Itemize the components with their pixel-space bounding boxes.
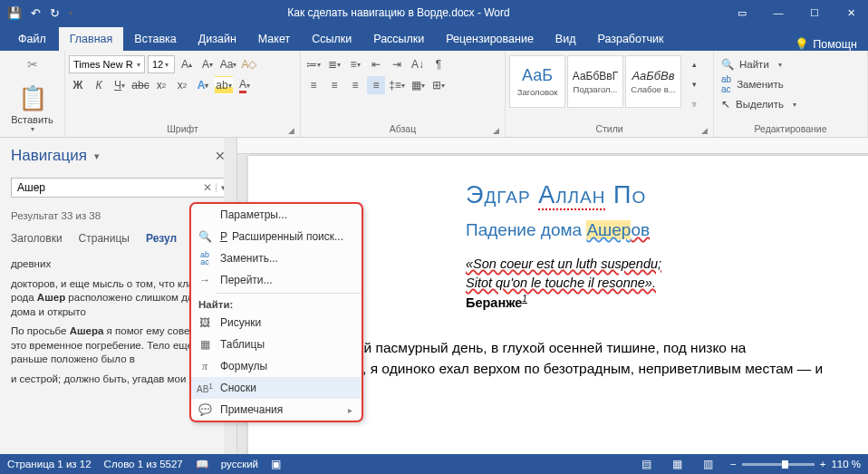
minimize-icon[interactable]: — <box>761 0 796 25</box>
launcher-icon[interactable]: ◢ <box>288 126 294 135</box>
group-editing-label: Редактирование <box>718 121 863 137</box>
nav-search-box[interactable]: ✕ ▾ <box>11 178 231 198</box>
status-word-count[interactable]: Слово 1 из 5527 <box>104 459 183 469</box>
view-web-icon[interactable]: ▥ <box>699 457 718 471</box>
undo-icon[interactable]: ↶ <box>31 6 41 20</box>
replace-icon: abac <box>721 74 731 94</box>
tab-view[interactable]: Вид <box>545 27 587 51</box>
grow-font-icon[interactable]: A▴ <box>178 55 196 73</box>
ctx-goto[interactable]: →Перейти... <box>191 269 362 291</box>
ctx-find-footnotes[interactable]: AB1Сноски <box>191 377 362 399</box>
find-button[interactable]: 🔍Найти▾ <box>718 55 800 73</box>
strike-icon[interactable]: abc <box>131 76 149 94</box>
italic-icon[interactable]: К <box>90 76 108 94</box>
ctx-find-pictures[interactable]: 🖼Рисунки <box>191 312 362 334</box>
nav-search-clear-icon[interactable]: ✕ <box>199 181 216 194</box>
tab-references[interactable]: Ссылки <box>301 27 362 51</box>
align-left-icon[interactable]: ≡ <box>304 76 323 94</box>
tab-layout[interactable]: Макет <box>247 27 301 51</box>
cut-icon[interactable]: ✂ <box>24 55 42 73</box>
zoom-out-icon[interactable]: − <box>730 459 737 469</box>
ctx-options[interactable]: Параметры... <box>191 204 362 226</box>
group-styles-label: Стили◢ <box>509 121 709 137</box>
horizontal-ruler[interactable] <box>237 138 868 154</box>
increase-indent-icon[interactable]: ⇥ <box>388 55 406 73</box>
launcher-icon[interactable]: ◢ <box>493 126 499 135</box>
select-icon: ↖ <box>721 98 730 111</box>
close-icon[interactable]: ✕ <box>834 0 868 25</box>
status-page[interactable]: Страница 1 из 12 <box>7 459 92 469</box>
text-effects-icon[interactable]: A▾ <box>194 76 212 94</box>
zoom-slider[interactable] <box>742 463 815 466</box>
bullets-icon[interactable]: ≔▾ <box>304 55 323 73</box>
bold-icon[interactable]: Ж <box>69 76 87 94</box>
line-spacing-icon[interactable]: ‡≡▾ <box>388 76 406 94</box>
style-tile-emphasis[interactable]: АаБбВв Слабое в... <box>625 55 681 108</box>
zoom-thumb[interactable] <box>782 460 788 469</box>
tell-me-label[interactable]: Помощн <box>813 38 857 51</box>
tab-review[interactable]: Рецензирование <box>435 27 545 51</box>
sort-icon[interactable]: A↓ <box>409 55 427 73</box>
status-spellcheck-icon[interactable]: 📖 <box>196 458 208 470</box>
tab-file[interactable]: Файл <box>5 27 59 51</box>
numbering-icon[interactable]: ≣▾ <box>325 55 343 73</box>
ctx-advanced-find[interactable]: 🔍РРасширенный поиск... <box>191 226 362 247</box>
align-center-icon[interactable]: ≡ <box>325 76 343 94</box>
tab-developer[interactable]: Разработчик <box>586 27 674 51</box>
nav-tab-pages[interactable]: Страницы <box>79 232 130 245</box>
font-color-icon[interactable]: A▾ <box>236 76 254 94</box>
tell-me-icon[interactable]: 💡 <box>795 37 809 51</box>
ctx-replace[interactable]: abacЗаменить... <box>191 247 362 269</box>
styles-scroll-down-icon[interactable]: ▾ <box>685 75 703 93</box>
tab-insert[interactable]: Вставка <box>123 27 187 51</box>
nav-tab-headings[interactable]: Заголовки <box>11 232 63 245</box>
nav-search-input[interactable] <box>12 181 199 194</box>
replace-button[interactable]: abacЗаменить <box>718 75 800 93</box>
font-size-combo[interactable]: 12▾ <box>148 55 175 73</box>
status-language[interactable]: русский <box>221 459 258 469</box>
justify-icon[interactable]: ≡ <box>367 76 385 94</box>
clear-format-icon[interactable]: A◇ <box>240 55 258 73</box>
change-case-icon[interactable]: Aa▾ <box>219 55 237 73</box>
clipboard-icon: 📋 <box>18 84 47 112</box>
tab-design[interactable]: Дизайн <box>188 27 247 51</box>
styles-scroll-up-icon[interactable]: ▴ <box>685 55 703 73</box>
zoom-in-icon[interactable]: + <box>820 459 826 469</box>
maximize-icon[interactable]: ☐ <box>797 0 832 25</box>
group-font-label: Шрифт◢ <box>69 121 296 137</box>
ctx-find-comments[interactable]: 💬Примечания▸ <box>191 399 362 421</box>
ctx-find-tables[interactable]: ▦Таблицы <box>191 334 362 355</box>
show-marks-icon[interactable]: ¶ <box>429 55 448 73</box>
tab-mailings[interactable]: Рассылки <box>362 27 435 51</box>
zoom-level[interactable]: 110 % <box>831 459 861 469</box>
ctx-find-formulas[interactable]: πФормулы <box>191 355 362 377</box>
font-family-combo[interactable]: Times New R▾ <box>69 55 145 73</box>
select-button[interactable]: ↖Выделить▾ <box>718 95 800 113</box>
align-right-icon[interactable]: ≡ <box>346 76 364 94</box>
formula-icon: π <box>197 360 213 373</box>
status-macro-icon[interactable]: ▣ <box>271 458 281 470</box>
ribbon: ✂ 📋 Вставить ▾ Буфер обм...◢ Times New R… <box>0 51 868 138</box>
nav-tab-results[interactable]: Резул <box>146 232 177 245</box>
subscript-icon[interactable]: x2 <box>152 76 170 94</box>
redo-icon[interactable]: ↻ <box>50 6 60 20</box>
multilevel-icon[interactable]: ≡▾ <box>346 55 364 73</box>
shrink-font-icon[interactable]: A▾ <box>198 55 217 73</box>
style-tile-subtitle[interactable]: АаБбВвГ Подзагол... <box>567 55 623 108</box>
borders-icon[interactable]: ⊞▾ <box>429 76 448 94</box>
launcher-icon[interactable]: ◢ <box>701 126 708 135</box>
highlight-icon[interactable]: ab▾ <box>215 76 233 94</box>
ribbon-options-icon[interactable]: ▭ <box>725 0 759 25</box>
superscript-icon[interactable]: x2 <box>173 76 191 94</box>
shading-icon[interactable]: ▦▾ <box>409 76 427 94</box>
save-icon[interactable]: 💾 <box>7 6 22 20</box>
view-print-icon[interactable]: ▦ <box>669 457 687 471</box>
paste-button[interactable]: 📋 Вставить ▾ <box>12 77 53 139</box>
view-read-icon[interactable]: ▤ <box>638 457 656 471</box>
underline-icon[interactable]: Ч▾ <box>111 76 129 94</box>
styles-more-icon[interactable]: ▿ <box>685 95 703 113</box>
tab-home[interactable]: Главная <box>59 27 124 51</box>
nav-options-caret[interactable]: ▾ <box>94 150 100 162</box>
style-tile-heading[interactable]: АаБ Заголовок <box>509 55 565 108</box>
decrease-indent-icon[interactable]: ⇤ <box>367 55 385 73</box>
